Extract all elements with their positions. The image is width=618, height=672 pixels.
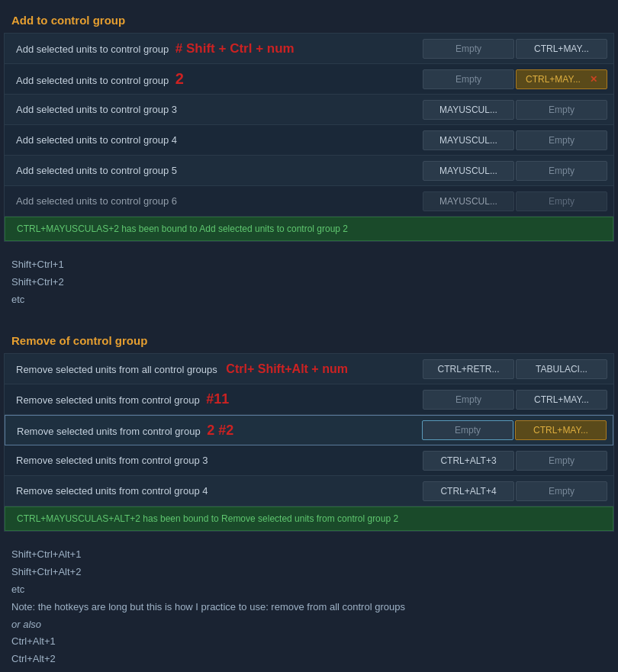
action-label: Remove selected units from all control g… (5, 356, 417, 382)
action-label: Remove selected units from control group… (5, 479, 417, 503)
key-button-2[interactable]: CTRL+MAY... (516, 390, 607, 410)
remove-notes: Shift+Ctrl+Alt+1 Shift+Ctrl+Alt+2 etc No… (0, 539, 618, 672)
note-line: Note: the hotkeys are long but this is h… (11, 600, 607, 616)
key-button-2[interactable]: Empty (516, 451, 607, 471)
key-button-1[interactable]: Empty (423, 390, 514, 410)
note-line: Shift+Ctrl+1 (11, 257, 607, 273)
remove-group-table: Remove selected units from all control g… (4, 353, 614, 532)
note-line: etc (11, 292, 607, 308)
keybind-buttons: MAYUSCUL... Empty (417, 188, 613, 214)
note-line: Ctrl+Alt+1 (11, 634, 607, 650)
notification-bar: CTRL+MAYUSCULAS+2 has been bound to Add … (5, 217, 613, 241)
note-line: Shift+Ctrl+2 (11, 275, 607, 291)
action-label: Remove selected units from control group… (5, 416, 416, 445)
key-button-1[interactable]: MAYUSCUL... (423, 191, 514, 211)
key-button-1[interactable]: Empty (423, 69, 514, 89)
table-row: Add selected units to control group 4 MA… (5, 125, 613, 156)
key-button-2[interactable]: Empty (516, 481, 607, 501)
keybind-buttons: Empty CTRL+MAY... (417, 36, 613, 62)
table-row: Add selected units to control group 3 MA… (5, 95, 613, 125)
table-row: Remove selected units from control group… (5, 445, 613, 476)
key-button-1[interactable]: MAYUSCUL... (423, 130, 514, 150)
key-button-2[interactable]: TABULACI... (516, 359, 607, 379)
action-label: Add selected units to control group 2 (5, 64, 417, 94)
key-button-1[interactable]: MAYUSCUL... (423, 100, 514, 120)
note-line: Shift+Ctrl+Alt+1 (11, 547, 607, 563)
keybind-buttons: Empty CTRL+MAY... (417, 387, 613, 413)
action-label: Remove selected units from control group… (5, 449, 417, 472)
keybind-buttons: CTRL+ALT+4 Empty (417, 478, 613, 504)
table-row: Remove selected units from control group… (5, 415, 613, 445)
key-button-2[interactable]: Empty (516, 161, 607, 181)
key-button-1[interactable]: MAYUSCUL... (423, 161, 514, 181)
keybind-buttons: MAYUSCUL... Empty (417, 158, 613, 184)
table-row: Add selected units to control group 2 Em… (5, 64, 613, 95)
table-row: Add selected units to control group # Sh… (5, 34, 613, 64)
keybind-buttons: Empty CTRL+MAY... (416, 417, 613, 443)
key-button-1[interactable]: CTRL+ALT+3 (423, 451, 514, 471)
key-button-1[interactable]: CTRL+ALT+4 (423, 481, 514, 501)
key-button-2[interactable]: CTRL+MAY... ✕ (516, 69, 607, 89)
note-line: etc (11, 582, 607, 598)
keybind-buttons: MAYUSCUL... Empty (417, 97, 613, 123)
key-button-2[interactable]: CTRL+MAY... (516, 39, 607, 59)
key-button-2[interactable]: Empty (516, 130, 607, 150)
add-group-table: Add selected units to control group # Sh… (4, 33, 614, 242)
action-label: Remove selected units from control group… (5, 385, 417, 413)
table-row: Remove selected units from control group… (5, 476, 613, 506)
keybind-buttons: Empty CTRL+MAY... ✕ (417, 66, 613, 92)
key-button-1[interactable]: Empty (423, 39, 514, 59)
note-line: Shift+Ctrl+Alt+2 (11, 564, 607, 580)
action-label: Add selected units to control group # Sh… (5, 35, 417, 63)
action-label: Add selected units to control group 4 (5, 128, 417, 152)
table-row: Remove selected units from all control g… (5, 354, 613, 384)
table-row: Add selected units to control group 6 MA… (5, 186, 613, 217)
keybind-buttons: CTRL+ALT+3 Empty (417, 448, 613, 474)
close-icon[interactable]: ✕ (590, 74, 597, 85)
key-button-2[interactable]: CTRL+MAY... (515, 420, 607, 440)
key-button-1[interactable]: Empty (422, 420, 513, 440)
action-label: Add selected units to control group 6 (5, 189, 417, 213)
table-row: Remove selected units from control group… (5, 384, 613, 415)
add-group-title: Add to control group (0, 8, 618, 33)
add-notes: Shift+Ctrl+1 Shift+Ctrl+2 etc (0, 249, 618, 317)
remove-group-title: Remove of control group (0, 328, 618, 353)
key-button-1[interactable]: CTRL+RETR... (423, 359, 514, 379)
note-line: or also (11, 617, 607, 633)
action-label: Add selected units to control group 3 (5, 98, 417, 121)
keybind-buttons: MAYUSCUL... Empty (417, 127, 613, 153)
key-button-2[interactable]: Empty (516, 100, 607, 120)
action-label: Add selected units to control group 5 (5, 159, 417, 182)
note-line: Ctrl+Alt+2 (11, 651, 607, 667)
key-button-2[interactable]: Empty (516, 191, 607, 211)
notification-bar: CTRL+MAYUSCULAS+ALT+2 has been bound to … (5, 506, 613, 531)
keybind-buttons: CTRL+RETR... TABULACI... (417, 356, 613, 382)
table-row: Add selected units to control group 5 MA… (5, 156, 613, 186)
